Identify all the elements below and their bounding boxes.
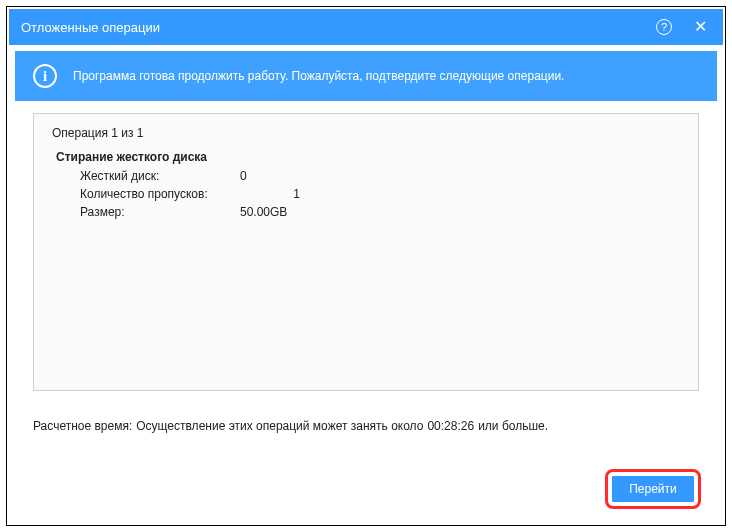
info-banner: i Программа готова продолжить работу. По…: [15, 51, 717, 101]
size-label: Размер:: [80, 203, 240, 221]
passes-value: 1: [240, 185, 300, 203]
window-title: Отложенные операции: [21, 20, 160, 35]
operation-counter: Операция 1 из 1: [52, 126, 680, 140]
operation-title: Стирание жесткого диска: [56, 150, 680, 164]
window-frame: Отложенные операции ? ✕ i Программа гото…: [6, 6, 726, 526]
disk-label: Жесткий диск:: [80, 167, 240, 185]
operation-row-size: Размер: 50.00GB: [80, 203, 680, 221]
go-button[interactable]: Перейти: [612, 476, 694, 502]
titlebar-controls: ? ✕: [656, 19, 711, 35]
operation-row-passes: Количество пропусков: 1: [80, 185, 680, 203]
help-icon[interactable]: ?: [656, 19, 672, 35]
content-area: Операция 1 из 1 Стирание жесткого диска …: [9, 101, 723, 457]
info-message: Программа готова продолжить работу. Пожа…: [73, 69, 564, 83]
dialog: Отложенные операции ? ✕ i Программа гото…: [9, 9, 723, 523]
disk-value: 0: [240, 167, 300, 185]
highlight-ring: Перейти: [605, 469, 701, 509]
close-icon[interactable]: ✕: [690, 19, 711, 35]
estimate-suffix: или больше.: [478, 419, 548, 433]
titlebar: Отложенные операции ? ✕: [9, 9, 723, 45]
estimate-prefix: Расчетное время:: [33, 419, 132, 433]
estimate-text: Расчетное время: Осуществление этих опер…: [33, 419, 699, 433]
button-bar: Перейти: [9, 457, 723, 523]
size-value: 50.00GB: [240, 203, 300, 221]
estimate-time: 00:28:26: [427, 419, 474, 433]
info-icon: i: [33, 64, 57, 88]
estimate-body: Осуществление этих операций может занять…: [136, 419, 423, 433]
operation-row-disk: Жесткий диск: 0: [80, 167, 680, 185]
operations-panel: Операция 1 из 1 Стирание жесткого диска …: [33, 113, 699, 391]
passes-label: Количество пропусков:: [80, 185, 240, 203]
